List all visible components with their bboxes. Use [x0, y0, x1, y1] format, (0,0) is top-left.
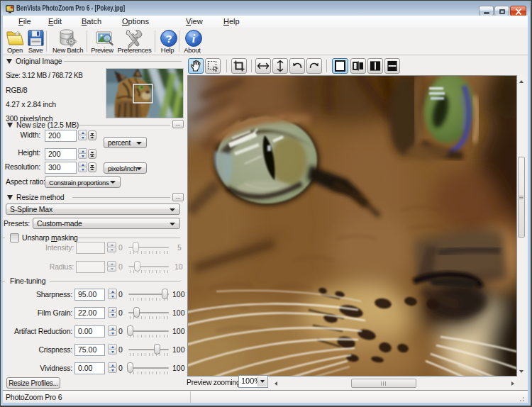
svg-text:i: i — [192, 33, 196, 45]
svg-text:?: ? — [165, 33, 172, 45]
